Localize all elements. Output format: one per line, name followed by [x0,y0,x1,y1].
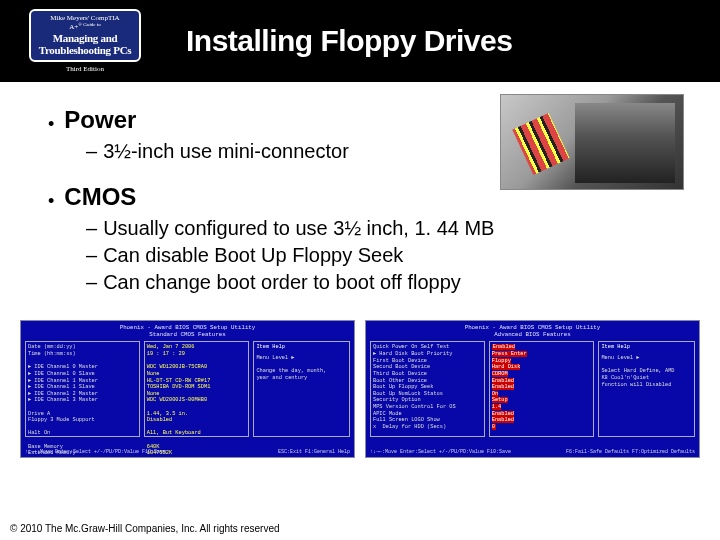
bios-screenshot-advanced: Phoenix - Award BIOS CMOS Setup Utility … [365,320,700,458]
bios2-col2: Enabled Press Enter Floppy Hard Disk CDR… [489,341,595,437]
bios2-col1: Quick Power On Self Test ► Hard Disk Boo… [370,341,485,437]
copyright-text: © 2010 The Mc.Graw-Hill Companies, Inc. … [10,523,280,534]
badge-line1: Mike Meyers' CompTIA [39,15,132,23]
bios2-footer: ↑↓→←:Move Enter:Select +/-/PU/PD:Value F… [370,449,695,455]
title-wrap: Installing Floppy Drives [170,0,720,82]
book-badge-area: Mike Meyers' CompTIA A+® Guide to Managi… [0,0,170,82]
floppy-connector-image [500,94,684,190]
bios2-title2: Advanced BIOS Features [370,331,695,338]
slide-title: Installing Floppy Drives [186,24,512,58]
bios1-footer: ↑↓→←:Move Enter:Select +/-/PU/PD:Value F… [25,449,350,455]
bios2-title1: Phoenix - Award BIOS CMOS Setup Utility [370,324,695,331]
bullet-dot-icon: • [48,192,54,210]
bios-screenshots-row: Phoenix - Award BIOS CMOS Setup Utility … [0,314,720,458]
sub-cmos-1: –Usually configured to use 3½ inch, 1. 4… [86,217,700,240]
bullet-cmos-label: CMOS [64,183,136,211]
book-badge: Mike Meyers' CompTIA A+® Guide to Managi… [29,9,142,63]
slide-header: Mike Meyers' CompTIA A+® Guide to Managi… [0,0,720,82]
bios1-col3: Item HelpMenu Level ► Change the day, mo… [253,341,350,437]
sub-cmos-3: –Can change boot order to boot off flopp… [86,271,700,294]
bios2-col3: Item HelpMenu Level ► Select Hard Define… [598,341,695,437]
bios1-title1: Phoenix - Award BIOS CMOS Setup Utility [25,324,350,331]
bullet-cmos: • CMOS –Usually configured to use 3½ inc… [48,183,700,294]
edition-label: Third Edition [66,65,104,73]
bios1-title2: Standard CMOS Features [25,331,350,338]
bios1-col2: Wed, Jan 7 2006 19 : 17 : 29 WDC WD1200J… [144,341,250,437]
bios-screenshot-standard-cmos: Phoenix - Award BIOS CMOS Setup Utility … [20,320,355,458]
badge-line2: A+® Guide to [39,22,132,32]
bullet-dot-icon: • [48,115,54,133]
bios1-col1: Date (mm:dd:yy) Time (hh:mm:ss) ► IDE Ch… [25,341,140,437]
badge-line4: Troubleshooting PCs [39,44,132,56]
badge-line3: Managing and [39,32,132,44]
bullet-power-label: Power [64,106,136,134]
sub-cmos-2: –Can disable Boot Up Floppy Seek [86,244,700,267]
